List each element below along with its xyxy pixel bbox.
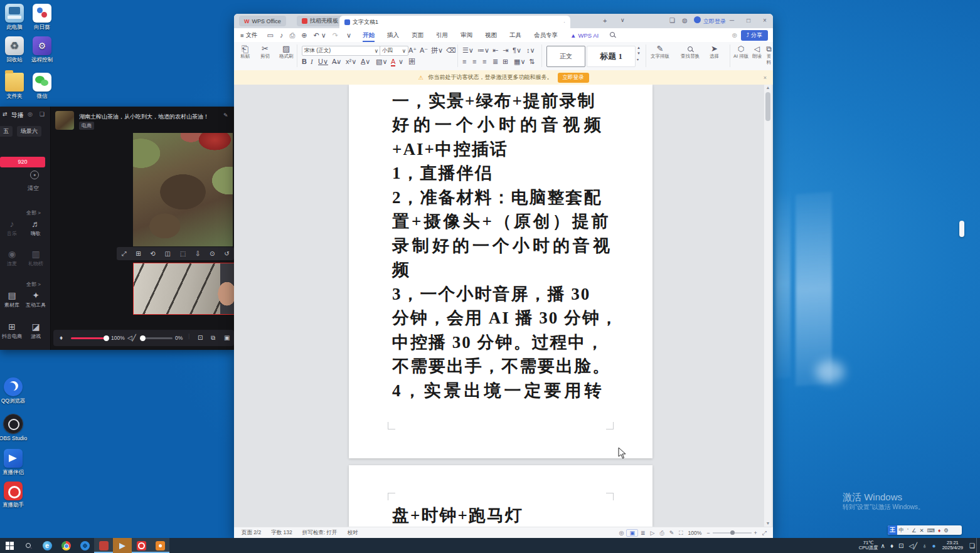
select-tool[interactable]: ➤选择: [710, 45, 719, 60]
ime-settings-icon[interactable]: ⚙: [942, 527, 951, 534]
justify-button[interactable]: ≣: [493, 58, 498, 65]
clear-button[interactable]: 清空: [28, 184, 39, 192]
tool-gift-rank[interactable]: ▥礼物榜: [24, 250, 48, 267]
screen-share-icon[interactable]: ⧉: [211, 334, 215, 342]
taskbar-browser360[interactable]: [75, 538, 94, 553]
scrollbar-thumb[interactable]: [765, 92, 770, 121]
show-desktop-button[interactable]: [976, 538, 980, 553]
ime-handwrite-icon[interactable]: ∠: [910, 527, 918, 534]
all-link[interactable]: 全部 >: [26, 281, 41, 288]
menu-view[interactable]: 视图: [479, 31, 503, 40]
line-spacing-button[interactable]: ↕∨: [526, 46, 535, 54]
page-2[interactable]: 盘+时钟+跑马灯: [349, 465, 652, 527]
ai-typeset-tool[interactable]: ⬡AI 排版: [733, 45, 748, 60]
speaker-muted-icon[interactable]: ◁╱: [127, 334, 136, 341]
popout-icon[interactable]: ❏: [40, 111, 45, 117]
zoom-value[interactable]: 100%: [686, 530, 705, 536]
more-commands-icon[interactable]: ∨: [341, 31, 356, 39]
preview-video-main[interactable]: [133, 133, 233, 246]
search-icon[interactable]: [605, 32, 620, 38]
align-right-button[interactable]: ≡: [482, 58, 486, 65]
globe-icon[interactable]: ◍: [682, 17, 688, 24]
number-list-button[interactable]: ≔∨: [477, 46, 489, 54]
file-menu[interactable]: ≡文件: [234, 31, 264, 40]
menu-member[interactable]: 会员专享: [528, 31, 564, 40]
align-center-button[interactable]: ≡: [472, 58, 476, 65]
teach-icon[interactable]: ◎: [728, 32, 741, 38]
tool-ecommerce[interactable]: ⊞抖音电商: [0, 322, 24, 340]
taskbar-live-helper[interactable]: [132, 538, 151, 553]
menu-wps-ai[interactable]: ▲WPS AI: [564, 32, 605, 39]
desktop-icon-live-helper[interactable]: 直播助手: [0, 482, 31, 508]
ime-punctuation-icon[interactable]: ’: [906, 527, 910, 534]
fullscreen-icon[interactable]: ⊞: [136, 250, 141, 257]
menu-review[interactable]: 审阅: [454, 31, 479, 40]
find-replace-tool[interactable]: 查找替换: [681, 45, 700, 60]
sort-button[interactable]: ⇅: [529, 58, 535, 65]
ime-cut-icon[interactable]: ✕: [918, 527, 925, 534]
minimize-button[interactable]: ─: [730, 17, 734, 24]
zoom-slider[interactable]: [713, 532, 752, 534]
page-1[interactable]: 一，实景+绿布+提前录制 好的一个小时的音视频 +AI+中控插话 1，直播伴侣 …: [349, 85, 652, 458]
live-cover-thumbnail[interactable]: [55, 111, 74, 130]
align-left-button[interactable]: ≡: [462, 58, 466, 65]
typeset-tool[interactable]: ✎文字排版: [651, 45, 669, 60]
pinyin-guide-icon[interactable]: 拼∨: [431, 46, 443, 54]
cut-button[interactable]: ✂剪切: [260, 45, 270, 60]
close-button[interactable]: ×: [763, 17, 767, 24]
tool-interact[interactable]: ✦互动工具: [24, 291, 48, 308]
avatar[interactable]: [694, 16, 701, 23]
style-normal[interactable]: 正文: [546, 46, 585, 67]
paragraph-mark-button[interactable]: ¶∨: [513, 46, 521, 54]
italic-button[interactable]: I: [311, 58, 313, 65]
menu-reference[interactable]: 引用: [430, 31, 454, 40]
highlight-button[interactable]: A̲∨: [361, 58, 370, 65]
tool-mic-link[interactable]: ◉连麦: [0, 250, 24, 267]
reset-icon[interactable]: ↺: [224, 250, 229, 257]
new-tab-button[interactable]: +: [603, 17, 607, 24]
scroll-down-icon[interactable]: ▼: [764, 520, 772, 527]
eye-protect-icon[interactable]: ◎: [617, 530, 627, 536]
clear-format-icon[interactable]: ⌫: [446, 46, 456, 54]
tray-mic-icon[interactable]: ♦: [888, 542, 896, 549]
ime-keyboard-icon[interactable]: ⌨: [925, 527, 936, 534]
tray-network-icon[interactable]: ♁: [920, 542, 930, 549]
switch-icon[interactable]: ⇄: [3, 111, 8, 117]
live-badge[interactable]: 920: [0, 157, 45, 167]
read-mode-icon[interactable]: ▷: [648, 530, 658, 536]
desktop-icon-sunflower[interactable]: 向日葵: [24, 4, 60, 30]
edit-title-icon[interactable]: ✎: [223, 112, 228, 118]
shading-button[interactable]: ▦∨: [514, 58, 525, 65]
ime-chinese-icon[interactable]: 中: [897, 527, 906, 534]
add-target-icon[interactable]: ●: [30, 171, 39, 179]
share-button[interactable]: ⤴分享: [741, 30, 769, 41]
expand-icon[interactable]: ⤢: [121, 250, 126, 258]
anchor-icon[interactable]: ⊙: [210, 250, 215, 257]
speaker-volume-slider[interactable]: [141, 337, 173, 339]
tray-expand-icon[interactable]: ∧: [878, 542, 888, 549]
tab-docer[interactable]: 找稻壳模板: [297, 16, 343, 26]
font-size-select[interactable]: 小四∨: [380, 46, 408, 56]
char-shading-button[interactable]: ▧∨: [376, 58, 387, 65]
zoom-out-icon[interactable]: −: [704, 530, 712, 536]
login-link[interactable]: 立即登录: [703, 18, 726, 26]
assets-tool[interactable]: ⧉资料: [765, 45, 773, 66]
edit-mode-icon[interactable]: ✎: [667, 530, 677, 536]
menu-insert[interactable]: 插入: [381, 31, 405, 40]
microphone-icon[interactable]: ♦: [60, 334, 63, 341]
desktop-icon-obs[interactable]: OBS Studio: [0, 414, 31, 441]
save-icon[interactable]: ♪: [277, 31, 287, 39]
font-name-select[interactable]: 宋体 (正文)∨: [302, 46, 381, 56]
char-border-button[interactable]: 囲: [408, 58, 415, 65]
tray-display-icon[interactable]: ⊡: [896, 542, 906, 549]
distribute-button[interactable]: ⊞: [503, 58, 508, 65]
record-icon[interactable]: ▣: [224, 334, 230, 341]
font-color-chevron[interactable]: ∨: [398, 58, 403, 65]
tab-list-icon[interactable]: ∨: [620, 17, 625, 23]
read-tool[interactable]: ◁朗读: [752, 45, 762, 60]
start-button[interactable]: [0, 538, 19, 553]
zoom-in-icon[interactable]: +: [752, 530, 760, 536]
taskbar-search-button[interactable]: [19, 538, 38, 553]
taskbar-app-orange[interactable]: [151, 538, 169, 553]
layout-icon[interactable]: ❏: [669, 17, 675, 24]
